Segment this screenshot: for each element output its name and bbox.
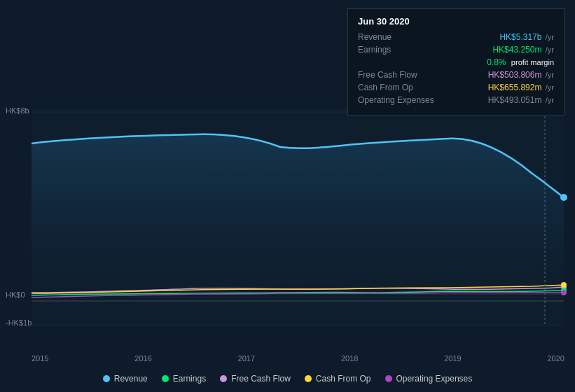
tooltip-value-revenue: HK$5.317b	[499, 32, 541, 42]
x-label-2020: 2020	[547, 354, 564, 363]
tooltip-margin-label: profit margin	[511, 58, 554, 66]
legend-label-revenue: Revenue	[114, 374, 148, 384]
tooltip-unit-revenue: /yr	[546, 33, 554, 41]
chart-legend: Revenue Earnings Free Cash Flow Cash Fro…	[0, 374, 575, 384]
x-axis-labels: 2015 2016 2017 2018 2019 2020	[32, 354, 564, 363]
legend-label-fcf: Free Cash Flow	[231, 374, 291, 384]
x-label-2017: 2017	[238, 354, 255, 363]
legend-item-earnings[interactable]: Earnings	[162, 374, 206, 384]
tooltip-row-opex: Operating Expenses HK$493.051m /yr	[358, 95, 554, 105]
tooltip-row-cashfromop: Cash From Op HK$655.892m /yr	[358, 83, 554, 92]
tooltip-row-earnings: Earnings HK$43.250m /yr	[358, 45, 554, 55]
svg-point-9	[561, 282, 567, 288]
tooltip-label-cashfromop: Cash From Op	[358, 83, 442, 92]
y-label-top: HK$8b	[6, 106, 29, 115]
tooltip-label-fcf: Free Cash Flow	[358, 70, 442, 80]
legend-dot-earnings	[162, 375, 169, 382]
legend-label-opex: Operating Expenses	[396, 374, 473, 384]
legend-label-cashfromop: Cash From Op	[316, 374, 371, 384]
tooltip-unit-opex: /yr	[546, 96, 554, 104]
x-label-2018: 2018	[341, 354, 358, 363]
tooltip-value-cashfromop: HK$655.892m	[488, 83, 542, 92]
tooltip-label-earnings: Earnings	[358, 45, 442, 55]
x-label-2019: 2019	[444, 354, 461, 363]
tooltip-unit-cashfromop: /yr	[546, 83, 554, 92]
tooltip-row-revenue: Revenue HK$5.317b /yr	[358, 32, 554, 42]
legend-dot-cashfromop	[305, 375, 312, 382]
y-label-bottom: -HK$1b	[6, 318, 32, 327]
tooltip-value-fcf: HK$503.806m	[488, 70, 542, 80]
legend-dot-revenue	[103, 375, 110, 382]
legend-label-earnings: Earnings	[173, 374, 206, 384]
legend-item-opex[interactable]: Operating Expenses	[385, 374, 473, 384]
x-label-2016: 2016	[134, 354, 151, 363]
svg-point-6	[560, 194, 567, 201]
tooltip-value-opex: HK$493.051m	[488, 95, 542, 105]
x-label-2015: 2015	[32, 354, 48, 363]
y-label-mid: HK$0	[6, 290, 25, 299]
legend-dot-opex	[385, 375, 392, 382]
legend-item-fcf[interactable]: Free Cash Flow	[220, 374, 291, 384]
tooltip-value-margin: 0.8%	[487, 57, 506, 67]
legend-item-cashfromop[interactable]: Cash From Op	[305, 374, 371, 384]
legend-item-revenue[interactable]: Revenue	[103, 374, 148, 384]
tooltip-title: Jun 30 2020	[358, 16, 554, 27]
tooltip-unit-fcf: /yr	[546, 71, 554, 79]
tooltip-row-margin: 0.8% profit margin	[358, 57, 554, 67]
tooltip-panel: Jun 30 2020 Revenue HK$5.317b /yr Earnin…	[347, 8, 564, 115]
tooltip-value-earnings: HK$43.250m	[492, 45, 541, 55]
svg-point-10	[561, 290, 567, 295]
legend-dot-fcf	[220, 375, 227, 382]
tooltip-row-fcf: Free Cash Flow HK$503.806m /yr	[358, 70, 554, 80]
tooltip-label-opex: Operating Expenses	[358, 95, 442, 105]
tooltip-label-revenue: Revenue	[358, 32, 442, 42]
tooltip-unit-earnings: /yr	[546, 46, 554, 54]
